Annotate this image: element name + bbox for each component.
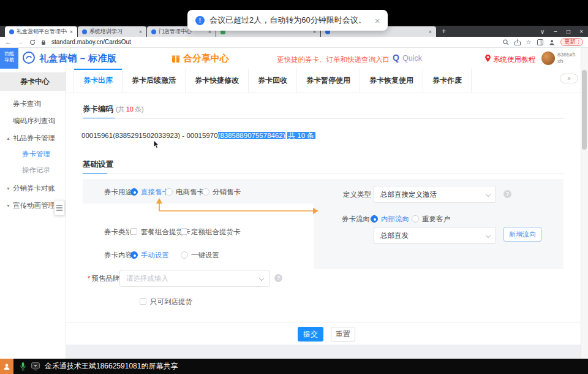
panel-collapse-button[interactable]: »	[560, 74, 578, 83]
define-type-value: 总部直接定义激活	[380, 191, 437, 198]
bookmark-star-icon[interactable]: ☆	[526, 39, 532, 45]
presale-brand-help-icon[interactable]: ?	[274, 274, 282, 282]
sidebar-item-label: 分销券卡对账	[13, 185, 55, 192]
function-nav-toggle[interactable]: 功能 导航	[0, 48, 18, 69]
radio-key-customer[interactable]	[412, 215, 419, 223]
user-avatar[interactable]	[541, 52, 555, 65]
codes-count-prefix: (共	[116, 105, 125, 113]
tab-card-followup-activation[interactable]: 券卡后续激活	[123, 69, 186, 93]
radio-one-click-setup[interactable]	[181, 251, 188, 259]
add-flow-button[interactable]: 新增流向	[503, 227, 541, 242]
submit-button[interactable]: 提交	[298, 327, 323, 342]
sidebar-collapse-handle[interactable]	[54, 200, 65, 216]
quick-label[interactable]: Quick	[402, 54, 422, 63]
radio-direct-sale[interactable]	[130, 188, 138, 196]
sidebar-group-distribution-reconciliation[interactable]: ▼分销券卡对账	[6, 184, 55, 193]
code-count-badge: 共 10 条	[287, 132, 315, 139]
radio-internal-flow[interactable]	[371, 215, 378, 223]
presale-brand-label: *预售品牌	[88, 274, 119, 283]
code-selected-text: (8385889075578462)	[218, 132, 285, 139]
forward-icon[interactable]: →	[17, 39, 24, 45]
new-tab-button[interactable]: +	[442, 27, 446, 36]
sidebar-group-promo-animation[interactable]: ▼宣传动画管理	[6, 201, 55, 210]
profile-icon[interactable]	[549, 39, 555, 45]
browser-toolbar: ← → standard.maboy.cn/CardsOut ☆ 更新	[0, 37, 588, 48]
presale-brand-placeholder: 请选择或输入	[126, 275, 168, 282]
tab-card-recycle[interactable]: 券卡回收	[249, 69, 297, 93]
share-center-link[interactable]: 合分享中心	[172, 53, 229, 64]
sidebar-title: 券卡中心	[0, 72, 66, 91]
tab-card-quick-modify[interactable]: 券卡快捷修改	[186, 69, 249, 93]
caret-up-icon: ▲	[6, 136, 10, 140]
browser-tab-1[interactable]: 礼盒营销平台管理中心 ×	[5, 26, 77, 37]
tab-card-void[interactable]: 券卡作废	[423, 69, 472, 93]
sidebar-item-label: 礼品券卡管理	[13, 134, 55, 142]
tab-card-suspend[interactable]: 券卡暂停使用	[297, 69, 360, 93]
flow-select[interactable]: 总部直发	[374, 227, 496, 244]
window-close-icon[interactable]: ×	[579, 28, 583, 35]
annotation-arrow	[152, 195, 323, 216]
required-asterisk: *	[88, 275, 90, 282]
refresh-icon[interactable]	[29, 39, 36, 45]
sidebar-item-code-sequence-query[interactable]: 编码序列查询	[13, 116, 55, 126]
screen-share-icon	[31, 362, 40, 370]
pointing-finger-icon: ☞	[381, 53, 388, 63]
chevron-down-icon	[486, 192, 491, 197]
checkbox-fixed-amount-combo-card[interactable]	[181, 228, 187, 235]
codes-count: 10	[126, 105, 134, 113]
presale-brand-label-text: 预售品牌	[91, 275, 119, 282]
define-type-select[interactable]: 总部直接定义激活	[374, 186, 496, 203]
tab-close-icon[interactable]: ×	[70, 29, 73, 35]
window-minimize-icon[interactable]: −	[554, 28, 557, 35]
mouse-cursor	[153, 140, 160, 150]
scrollbar-thumb[interactable]	[582, 70, 587, 150]
codes-title: 券卡编码	[83, 105, 113, 113]
tab-close-icon[interactable]: ×	[429, 29, 432, 35]
sidebar-item-operation-log[interactable]: 操作记录	[22, 166, 50, 175]
quick-search-icon[interactable]: Q	[393, 53, 399, 63]
radio-key-customer-label[interactable]: 重要客户	[422, 215, 450, 224]
screen: 礼盒营销平台管理中心 × 系统培训学习 × 门店管理中心 × × × + ∨ −…	[0, 0, 588, 374]
address-bar[interactable]: standard.maboy.cn/CardsOut	[51, 39, 131, 45]
sidebar-group-gift-card-management[interactable]: ▲礼品券卡管理	[6, 134, 55, 143]
checkbox-store-pickup-only-label[interactable]: 只可到店提货	[150, 297, 192, 307]
presale-brand-select[interactable]: 请选择或输入	[119, 270, 270, 287]
zoom-icon[interactable]	[503, 39, 509, 45]
app-header: 功能 导航 礼盒营销 – 标准版 合分享中心 更快捷的券卡、订单和快递查询入口 …	[0, 48, 588, 69]
sidebar-item-card-management[interactable]: 券卡管理	[22, 150, 50, 159]
tab-card-outbound[interactable]: 券卡出库	[74, 69, 123, 93]
back-icon[interactable]: ←	[5, 39, 12, 45]
checkbox-package-combo-card[interactable]	[130, 228, 137, 235]
reset-button[interactable]: 重置	[331, 327, 355, 342]
define-type-help-icon[interactable]: ?	[503, 190, 511, 198]
radio-manual-setup-label[interactable]: 手动设置	[141, 251, 169, 260]
checkbox-fixed-amount-combo-card-label[interactable]: 定额组合提货卡	[191, 227, 241, 237]
side-panel-icon[interactable]	[537, 39, 543, 45]
sidebar-item-card-query[interactable]: 券卡查询	[13, 99, 41, 109]
basic-title: 基础设置	[83, 160, 113, 169]
browser-tab-2[interactable]: 系统培训学习 ×	[78, 26, 146, 37]
site-favicon	[9, 29, 14, 34]
sidebar-item-label: 宣传动画管理	[13, 202, 55, 209]
toast-close-icon[interactable]: ×	[375, 15, 380, 26]
checkbox-store-pickup-only[interactable]	[140, 298, 146, 305]
radio-one-click-setup-label[interactable]: 一键设置	[191, 251, 219, 260]
user-name: 8385xh xh	[557, 52, 576, 65]
microphone-icon[interactable]	[20, 362, 26, 371]
radio-manual-setup[interactable]	[130, 251, 138, 259]
window-maximize-icon[interactable]: □	[567, 28, 570, 35]
system-tutorial-link[interactable]: 系统使用教程	[493, 55, 535, 64]
browser-update-button[interactable]: 更新	[560, 38, 584, 46]
app-logo-icon	[22, 51, 36, 64]
usage-label: 券卡用途	[104, 188, 132, 197]
toast-message: 会议已超过2人，自动转为60分钟限时会议。	[209, 15, 366, 26]
window-menu-icon[interactable]: ∨	[540, 28, 545, 35]
tab-close-icon[interactable]: ×	[139, 29, 142, 35]
tab-card-resume[interactable]: 券卡恢复使用	[360, 69, 423, 93]
sidebar-item-label: 券卡查询	[13, 100, 41, 107]
info-icon: !	[195, 16, 205, 25]
screen-share-bar: 金禾通技术王斌18662591081的屏幕共享	[0, 359, 588, 374]
sidebar-item-label: 券卡管理	[22, 150, 50, 158]
radio-internal-flow-label[interactable]: 内部流向	[381, 215, 409, 224]
share-icon[interactable]	[514, 39, 521, 45]
